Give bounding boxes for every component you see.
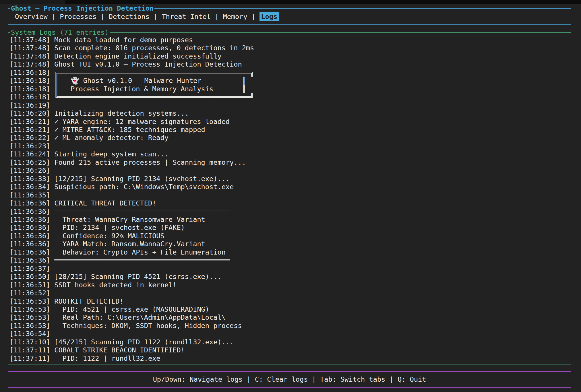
log-timestamp: [11:36:54] bbox=[9, 330, 50, 338]
log-timestamp: [11:36:36] bbox=[9, 232, 50, 240]
log-message: PID: 4521 | csrss.exe (MASQUERADING) bbox=[50, 305, 209, 313]
log-line: [11:36:20] Initializing detection system… bbox=[9, 109, 569, 117]
log-message: Behavior: Crypto APIs + File Enumeration bbox=[50, 248, 226, 256]
log-line: [11:36:22] ✓ ML anomaly detector: Ready bbox=[9, 134, 569, 142]
log-message: ════════════════════════════════════════… bbox=[50, 207, 230, 216]
log-timestamp: [11:36:19] bbox=[9, 101, 50, 109]
log-message: ✓ YARA engine: 12 malware signatures loa… bbox=[50, 118, 230, 126]
log-timestamp: [11:36:22] bbox=[9, 134, 50, 142]
log-line: [11:36:53] ROOTKIT DETECTED! bbox=[9, 297, 569, 305]
tab-separator: | bbox=[48, 13, 60, 21]
log-line: [11:36:33] [12/215] Scanning PID 2134 (s… bbox=[9, 175, 569, 183]
log-timestamp: [11:36:25] bbox=[9, 158, 50, 166]
system-logs-title: System Logs (71 entries) bbox=[10, 28, 110, 37]
log-message: PID: 1122 | rundll32.exe bbox=[50, 354, 160, 362]
log-timestamp: [11:36:36] bbox=[9, 207, 50, 216]
log-timestamp: [11:36:21] bbox=[9, 126, 50, 134]
tab-separator: | bbox=[247, 13, 260, 21]
tab-memory[interactable]: Memory bbox=[223, 13, 247, 21]
log-line: [11:36:24] Starting deep system scan... bbox=[9, 150, 569, 158]
log-timestamp: [11:37:11] bbox=[9, 346, 50, 354]
ghost-tui-screen: Ghost — Process Injection Detection Over… bbox=[0, 0, 581, 392]
terminal-tab-strip-segment bbox=[0, 0, 65, 4]
log-timestamp: [11:36:35] bbox=[9, 191, 50, 199]
log-line: [11:36:18] ╔════════════════════════════… bbox=[9, 69, 569, 77]
log-timestamp: [11:36:18] bbox=[9, 77, 50, 85]
tab-logs[interactable]: Logs bbox=[259, 12, 279, 21]
log-message: ROOTKIT DETECTED! bbox=[50, 297, 124, 305]
log-timestamp: [11:36:36] bbox=[9, 240, 50, 248]
log-timestamp: [11:36:53] bbox=[9, 305, 50, 313]
log-line: [11:37:48] Mock data loaded for demo pur… bbox=[9, 36, 569, 44]
log-line: [11:36:36] Behavior: Crypto APIs + File … bbox=[9, 248, 569, 256]
log-message: ╚═══════════════════════════════════════… bbox=[50, 93, 254, 101]
log-line: [11:36:34] Suspicious path: C:\Windows\T… bbox=[9, 183, 569, 191]
log-line: [11:36:25] Found 215 active processes | … bbox=[9, 158, 569, 166]
log-message: Scan complete: 816 processes, 0 detectio… bbox=[50, 44, 254, 52]
log-line: [11:36:18] ║ 👻 Ghost v0.1.0 — Malware Hu… bbox=[9, 77, 569, 85]
log-message: ╔═══════════════════════════════════════… bbox=[50, 69, 254, 77]
log-line: [11:36:53] Techniques: DKOM, SSDT hooks,… bbox=[9, 322, 569, 330]
log-line: [11:36:53] PID: 4521 | csrss.exe (MASQUE… bbox=[9, 305, 569, 313]
log-line: [11:36:51] SSDT hooks detected in kernel… bbox=[9, 281, 569, 289]
log-message: Suspicious path: C:\Windows\Temp\svchost… bbox=[50, 183, 234, 191]
status-bar: Up/Down: Navigate logs | C: Clear logs |… bbox=[8, 371, 571, 388]
log-timestamp: [11:36:18] bbox=[9, 85, 50, 93]
log-line: [11:36:26] bbox=[9, 166, 569, 174]
log-message: SSDT hooks detected in kernel! bbox=[50, 281, 177, 289]
log-timestamp: [11:36:36] bbox=[9, 248, 50, 256]
log-message: Confidence: 92% MALICIOUS bbox=[50, 232, 164, 240]
log-line: [11:36:19] bbox=[9, 101, 569, 109]
log-line: [11:36:36] ═════════════════════════════… bbox=[9, 207, 569, 216]
log-line: [11:36:54] bbox=[9, 330, 569, 338]
log-timestamp: [11:37:48] bbox=[9, 60, 50, 68]
log-line: [11:36:18] ║ Process Injection & Memory … bbox=[9, 85, 569, 93]
log-message: [45/215] Scanning PID 1122 (rundll32.exe… bbox=[50, 338, 234, 346]
log-message: CRITICAL THREAT DETECTED! bbox=[50, 199, 156, 207]
log-timestamp: [11:37:48] bbox=[9, 44, 50, 52]
log-timestamp: [11:36:37] bbox=[9, 265, 50, 273]
tab-separator: | bbox=[96, 13, 109, 21]
log-line: [11:36:35] bbox=[9, 191, 569, 199]
log-message: ✓ ML anomaly detector: Ready bbox=[50, 134, 169, 142]
tab-detections[interactable]: Detections bbox=[109, 13, 150, 21]
log-timestamp: [11:37:11] bbox=[9, 354, 50, 362]
log-timestamp: [11:36:33] bbox=[9, 175, 50, 183]
log-line: [11:36:36] ═════════════════════════════… bbox=[9, 256, 569, 264]
tab-processes[interactable]: Processes bbox=[60, 13, 96, 21]
log-message: ════════════════════════════════════════… bbox=[50, 256, 230, 264]
tab-overview[interactable]: Overview bbox=[15, 13, 48, 21]
log-line: [11:36:36] Confidence: 92% MALICIOUS bbox=[9, 232, 569, 240]
log-line: [11:37:11] PID: 1122 | rundll32.exe bbox=[9, 354, 569, 362]
log-line: [11:36:23] bbox=[9, 142, 569, 150]
log-list[interactable]: [11:37:48] Mock data loaded for demo pur… bbox=[9, 36, 569, 362]
log-timestamp: [11:36:34] bbox=[9, 183, 50, 191]
terminal-top-strip bbox=[0, 0, 581, 4]
tab-separator: | bbox=[150, 13, 162, 21]
log-message: Detection engine initialized successfull… bbox=[50, 52, 222, 60]
log-message: Real Path: C:\Users\Admin\AppData\Local\ bbox=[50, 313, 226, 321]
log-timestamp: [11:36:20] bbox=[9, 109, 50, 117]
log-timestamp: [11:36:21] bbox=[9, 118, 50, 126]
log-line: [11:36:37] bbox=[9, 265, 569, 273]
log-message: Starting deep system scan... bbox=[50, 150, 169, 158]
log-line: [11:36:36] CRITICAL THREAT DETECTED! bbox=[9, 199, 569, 207]
log-timestamp: [11:36:36] bbox=[9, 199, 50, 207]
log-line: [11:36:50] [28/215] Scanning PID 4521 (c… bbox=[9, 273, 569, 281]
log-timestamp: [11:36:53] bbox=[9, 297, 50, 305]
log-message: Found 215 active processes | Scanning me… bbox=[50, 158, 246, 166]
log-line: [11:36:21] ✓ MITRE ATT&CK: 185 technique… bbox=[9, 126, 569, 134]
log-timestamp: [11:36:51] bbox=[9, 281, 50, 289]
log-message: Initializing detection systems... bbox=[50, 109, 189, 117]
log-line: [11:36:53] Real Path: C:\Users\Admin\App… bbox=[9, 313, 569, 321]
log-line: [11:36:18] ╚════════════════════════════… bbox=[9, 93, 569, 101]
log-message: ║ 👻 Ghost v0.1.0 — Malware Hunter ║ bbox=[50, 77, 246, 85]
tab-bar: Overview | Processes | Detections | Thre… bbox=[15, 13, 279, 21]
log-timestamp: [11:36:36] bbox=[9, 256, 50, 264]
log-message: Threat: WannaCry Ransomware Variant bbox=[50, 216, 205, 224]
log-message: [28/215] Scanning PID 4521 (csrss.exe)..… bbox=[50, 273, 222, 281]
tab-threat-intel[interactable]: Threat Intel bbox=[162, 13, 210, 21]
log-timestamp: [11:36:36] bbox=[9, 216, 50, 224]
log-line: [11:36:36] Threat: WannaCry Ransomware V… bbox=[9, 216, 569, 224]
log-timestamp: [11:36:53] bbox=[9, 322, 50, 330]
